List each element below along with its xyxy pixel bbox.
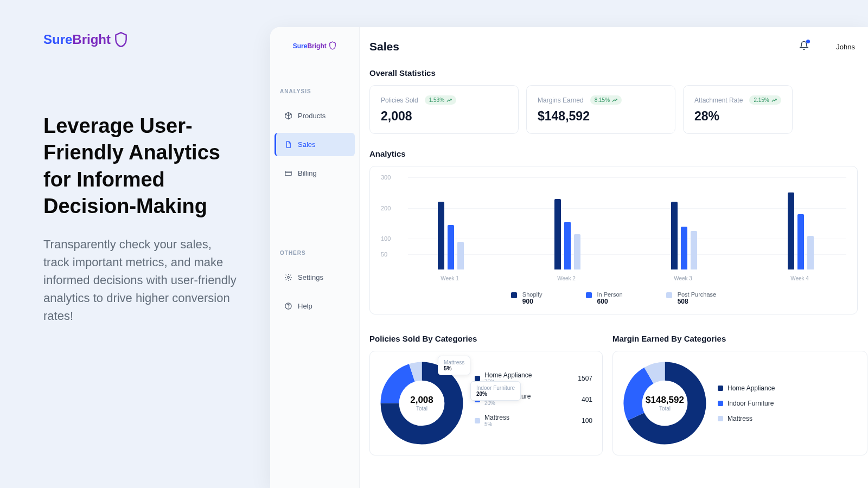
trend-up-icon <box>446 98 452 102</box>
bar <box>788 192 794 269</box>
stat-delta-badge: 2.15% <box>749 95 781 105</box>
marketing-headline: Leverage User-Friendly Analytics for Inf… <box>43 113 239 220</box>
stat-label: Margins Earned <box>538 97 584 104</box>
category-swatch <box>718 416 723 421</box>
stat-value: 2,008 <box>381 109 507 124</box>
bar <box>681 227 687 269</box>
card-icon <box>284 169 292 177</box>
category-row: Indoor Furniture <box>718 400 775 407</box>
margin-donut-card: $148,592 Total Home ApplianceIndoor Furn… <box>612 351 867 455</box>
help-icon <box>284 302 292 310</box>
sidebar-section-analysis: ANALYSIS <box>270 88 359 94</box>
category-swatch <box>475 376 480 381</box>
section-analytics-title: Analytics <box>369 149 868 158</box>
category-swatch <box>475 418 480 423</box>
file-icon <box>284 140 292 149</box>
section-overall-title: Overall Statistics <box>369 68 868 78</box>
bar-group <box>671 202 704 269</box>
sidebar-logo: SureBright <box>270 41 359 50</box>
stat-value: $148,592 <box>538 109 664 124</box>
sidebar-item-label: Help <box>298 302 312 310</box>
sidebar-item-settings[interactable]: Settings <box>275 266 355 289</box>
notifications-button[interactable] <box>799 41 809 53</box>
sidebar-item-sales[interactable]: Sales <box>275 133 355 156</box>
category-row: Home Appliance <box>718 384 775 392</box>
stat-card: Attachment Rate2.15% 28% <box>683 85 793 134</box>
x-label: Week 4 <box>790 275 809 281</box>
sidebar-item-label: Sales <box>298 140 316 149</box>
legend-item: Shopify900 <box>511 291 542 305</box>
dashboard-window: SureBright ANALYSIS ProductsSalesBilling… <box>270 27 868 488</box>
stat-label: Policies Sold <box>381 97 418 104</box>
sidebar: SureBright ANALYSIS ProductsSalesBilling… <box>270 27 360 488</box>
section-policies-cat-title: Policies Sold By Categories <box>369 334 603 343</box>
notification-dot-icon <box>806 40 810 43</box>
stat-delta-badge: 8.15% <box>590 95 622 105</box>
sidebar-item-help[interactable]: Help <box>275 294 355 318</box>
trend-up-icon <box>771 98 777 102</box>
sidebar-item-label: Billing <box>298 169 317 177</box>
page-title: Sales <box>369 40 399 53</box>
bar <box>574 234 580 269</box>
brand-logo: SureBright <box>43 31 239 48</box>
cube-icon <box>284 112 292 120</box>
category-swatch <box>718 386 723 391</box>
policies-donut-card: 2,008 Total Home Appliance75%1507Indoor … <box>369 351 603 455</box>
bar <box>797 214 804 269</box>
tooltip-mattress: Mattress 5% <box>438 356 470 375</box>
sidebar-section-others: OTHERS <box>270 250 359 256</box>
sidebar-item-label: Settings <box>298 273 323 281</box>
analytics-chart-card: 50100200300 Week 1Week 2Week 3Week 4 Sho… <box>369 166 858 314</box>
section-margin-cat-title: Margin Earned By Categories <box>612 334 867 343</box>
y-tick: 100 <box>381 235 391 242</box>
legend-swatch <box>586 292 592 298</box>
policies-donut-total: 2,008 <box>410 395 433 406</box>
stat-card: Policies Sold1.53% 2,008 <box>369 85 519 134</box>
margin-donut-total: $148,592 <box>646 395 684 406</box>
bar <box>438 202 444 269</box>
category-row: Mattress5%100 <box>475 414 592 427</box>
bar <box>671 202 678 269</box>
bar-group <box>788 192 820 269</box>
gear-icon <box>284 273 292 281</box>
bar <box>691 231 697 269</box>
trend-up-icon <box>612 98 617 102</box>
shield-icon <box>114 31 128 48</box>
legend-swatch <box>511 292 517 298</box>
shield-icon <box>329 41 336 50</box>
stat-label: Attachment Rate <box>694 97 743 104</box>
svg-point-4 <box>288 307 289 308</box>
y-tick: 200 <box>381 205 391 211</box>
margin-donut-chart: $148,592 Total <box>623 361 707 445</box>
y-tick: 50 <box>381 251 387 258</box>
sidebar-item-label: Products <box>298 112 326 120</box>
user-name[interactable]: Johns <box>836 43 855 51</box>
legend-swatch <box>666 292 672 298</box>
x-label: Week 3 <box>674 275 692 281</box>
marketing-panel: SureBright Leverage User-Friendly Analyt… <box>43 31 239 325</box>
svg-point-2 <box>288 277 290 279</box>
category-row: Mattress <box>718 415 775 422</box>
bar <box>448 225 454 269</box>
bar <box>554 199 561 269</box>
stat-value: 28% <box>694 109 781 124</box>
bar-group <box>554 199 587 269</box>
bar <box>564 222 571 269</box>
x-label: Week 1 <box>441 275 459 281</box>
category-swatch <box>718 401 723 406</box>
legend-item: In Person600 <box>586 291 623 305</box>
bar-group <box>438 202 470 269</box>
sidebar-item-billing[interactable]: Billing <box>275 162 355 185</box>
marketing-body: Transparently check your sales, track im… <box>43 235 239 325</box>
main-content: Sales Johns Overall Statistics Policies … <box>360 27 868 488</box>
bar <box>457 242 464 269</box>
x-label: Week 2 <box>557 275 576 281</box>
stats-row: Policies Sold1.53% 2,008Margins Earned8.… <box>369 85 868 134</box>
bar <box>807 236 814 269</box>
tooltip-furniture: Indoor Furniture 20% <box>470 381 521 401</box>
svg-rect-0 <box>285 171 291 176</box>
stat-delta-badge: 1.53% <box>425 95 456 105</box>
sidebar-item-products[interactable]: Products <box>275 104 355 127</box>
stat-card: Margins Earned8.15% $148,592 <box>526 85 675 134</box>
legend-item: Post Purchase508 <box>666 291 717 305</box>
